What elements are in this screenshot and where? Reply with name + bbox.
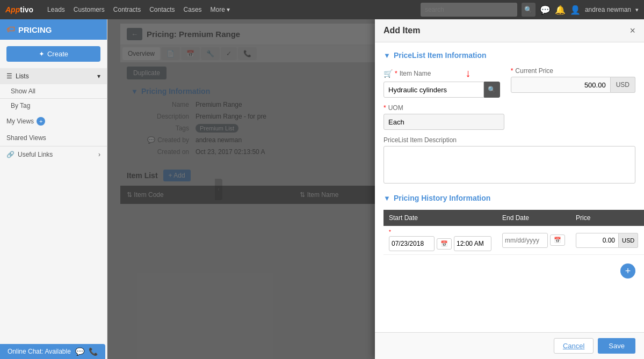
required-row-star: * [389, 229, 491, 235]
description-group: PriceList Item Description [383, 136, 635, 185]
lists-label: Lists [16, 72, 29, 80]
end-date-group: 📅 [502, 233, 565, 248]
sidebar-shared-views[interactable]: Shared Views [0, 130, 107, 146]
item-name-price-row: 🛒 * Item Name ↓ 🔍 * Curre [383, 67, 635, 98]
history-table: Start Date End Date Price Actions * [383, 210, 644, 255]
current-price-group: * Current Price USD [511, 67, 635, 93]
pricing-icon: 🏷 [6, 25, 15, 34]
add-item-modal: Add Item × ▼ PriceList Item Information … [375, 19, 644, 359]
price-hist-input[interactable] [576, 233, 619, 248]
start-date-cal-button[interactable]: 📅 [437, 238, 452, 250]
main-wrapper: 🏷 PRICING ✦ Create ☰ Lists ▾ Show All By… [0, 19, 644, 359]
online-chat-label: Online Chat: Available [8, 348, 71, 355]
modal-header: Add Item × [375, 19, 644, 42]
arrow-down-indicator: ↓ [465, 67, 471, 79]
item-name-search-button[interactable]: 🔍 [484, 82, 500, 98]
history-row-1: * 📅 📅 [383, 226, 644, 255]
start-time-input[interactable] [454, 236, 491, 251]
my-views-add-icon[interactable]: + [37, 117, 45, 126]
list-icon: ☰ [6, 72, 12, 80]
current-price-input[interactable] [511, 77, 611, 93]
end-date-input[interactable] [502, 233, 548, 248]
cart-icon: 🛒 [383, 69, 393, 78]
user-dropdown-icon[interactable]: ▾ [635, 6, 639, 13]
required-star-name: * [395, 70, 397, 77]
add-history-row-button[interactable]: + [620, 263, 635, 279]
nav-customers[interactable]: Customers [74, 6, 105, 13]
desc-label: PriceList Item Description [383, 136, 635, 144]
modal-footer: Cancel Save [375, 332, 644, 359]
create-icon: ✦ [39, 50, 45, 58]
lists-section: ☰ Lists ▾ Show All [0, 68, 107, 99]
sidebar-my-views[interactable]: My Views + [0, 113, 107, 130]
item-name-input-group: 🔍 [383, 82, 500, 98]
useful-links-chevron-icon: › [98, 151, 100, 158]
price-hist-group: USD [576, 233, 638, 248]
lists-chevron-icon: ▾ [97, 72, 100, 80]
chat-bubble-icon[interactable]: 💬 [75, 347, 84, 356]
modal-close-button[interactable]: × [629, 26, 635, 35]
item-name-input[interactable] [383, 82, 484, 98]
currency-label: USD [611, 77, 635, 93]
sidebar: 🏷 PRICING ✦ Create ☰ Lists ▾ Show All By… [0, 19, 107, 359]
lists-header[interactable]: ☰ Lists ▾ [0, 68, 107, 84]
section2-label: Pricing History Information [394, 194, 490, 202]
top-nav: Apptivo Leads Customers Contracts Contac… [0, 0, 644, 19]
uom-row: * UOM [383, 104, 635, 130]
sidebar-useful-links[interactable]: 🔗 Useful Links › [0, 146, 107, 163]
cancel-button[interactable]: Cancel [554, 338, 594, 354]
nav-contacts[interactable]: Contacts [149, 6, 175, 13]
search-area: 🔍 💬 🔔 👤 andrea newman ▾ [421, 3, 639, 17]
search-input[interactable] [421, 3, 517, 17]
section2-chevron-icon[interactable]: ▼ [383, 194, 390, 202]
sidebar-by-tag[interactable]: By Tag [0, 99, 107, 113]
item-name-group: 🛒 * Item Name ↓ 🔍 [383, 67, 500, 98]
user-name[interactable]: andrea newman [585, 6, 631, 13]
nav-more[interactable]: More ▾ [211, 6, 230, 13]
content-area: ‹ ← Pricing: Premium Range Overview 📄 📅 … [107, 19, 644, 359]
shared-views-label: Shared Views [6, 134, 46, 142]
price-cell: USD [570, 226, 643, 255]
col-end-date: End Date [497, 210, 570, 226]
end-date-cal-button[interactable]: 📅 [550, 235, 565, 246]
add-row-container: + [383, 259, 635, 279]
current-price-label: * Current Price [511, 67, 635, 75]
end-date-cell: 📅 [497, 226, 570, 255]
modal-title: Add Item [383, 26, 420, 35]
create-button[interactable]: ✦ Create [6, 46, 100, 62]
item-name-label: 🛒 * Item Name ↓ [383, 67, 500, 79]
my-views-label: My Views [6, 118, 34, 125]
phone-icon[interactable]: 📞 [89, 347, 98, 356]
modal-body: ▼ PriceList Item Information 🛒 * Item Na… [375, 42, 644, 332]
search-button[interactable]: 🔍 [522, 3, 536, 17]
link-icon: 🔗 [6, 151, 15, 158]
bell-icon[interactable]: 🔔 [555, 5, 566, 15]
user-icon: 👤 [570, 5, 581, 15]
start-date-input[interactable] [389, 236, 435, 251]
sidebar-title: PRICING [18, 25, 52, 34]
useful-links-label: Useful Links [18, 151, 53, 158]
section1-chevron-icon[interactable]: ▼ [383, 52, 390, 60]
section1-label: PriceList Item Information [394, 51, 487, 60]
start-date-cell: * 📅 [383, 226, 497, 255]
nav-leads[interactable]: Leads [47, 6, 65, 13]
sidebar-header: 🏷 PRICING [0, 19, 107, 40]
section2-header: ▼ Pricing History Information [383, 194, 635, 202]
required-star-uom: * [383, 104, 386, 112]
nav-contracts[interactable]: Contracts [113, 6, 141, 13]
col-price: Price [570, 210, 643, 226]
save-button[interactable]: Save [598, 338, 635, 354]
col-start-date: Start Date [383, 210, 497, 226]
uom-label: * UOM [383, 104, 504, 112]
create-label: Create [47, 50, 68, 58]
start-date-group: 📅 [389, 236, 491, 251]
uom-input[interactable] [383, 114, 504, 130]
online-chat-bar[interactable]: Online Chat: Available 💬 📞 [0, 344, 105, 359]
sidebar-show-all[interactable]: Show All [0, 84, 107, 98]
description-textarea[interactable] [383, 146, 635, 184]
chat-icon[interactable]: 💬 [540, 5, 551, 15]
hist-currency-badge: USD [619, 233, 638, 248]
required-star-price: * [511, 67, 513, 75]
nav-cases[interactable]: Cases [184, 6, 202, 13]
section1-header: ▼ PriceList Item Information [383, 51, 635, 60]
